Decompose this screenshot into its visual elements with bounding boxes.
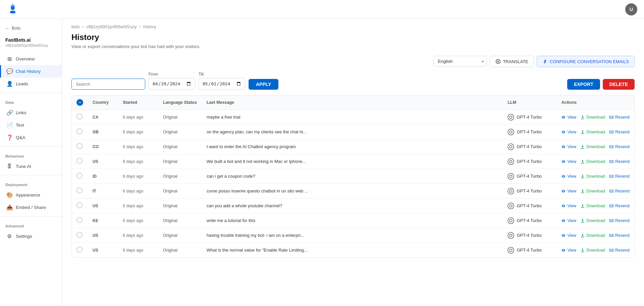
- view-link[interactable]: View: [561, 159, 576, 164]
- from-date-input[interactable]: [149, 78, 195, 90]
- openai-icon: [507, 143, 514, 150]
- download-link[interactable]: Download: [580, 115, 605, 120]
- download-link[interactable]: Download: [580, 204, 605, 208]
- translate-button[interactable]: TRANSLATE: [490, 56, 534, 67]
- resend-link[interactable]: Resend: [609, 248, 630, 253]
- download-link[interactable]: Download: [580, 144, 605, 149]
- row-checkbox[interactable]: [76, 128, 83, 134]
- sidebar-item-appearance[interactable]: 🎨 Appearance: [0, 189, 62, 201]
- resend-link[interactable]: Resend: [609, 130, 630, 134]
- filter-row-right: EXPORT DELETE: [567, 79, 635, 90]
- row-checkbox[interactable]: [76, 187, 83, 193]
- row-last-message: having trouble training my bot- i am on …: [202, 228, 503, 243]
- select-all-checkbox[interactable]: [76, 99, 83, 106]
- row-checkbox[interactable]: [76, 232, 83, 238]
- view-link[interactable]: View: [561, 174, 576, 179]
- row-country: CA: [88, 110, 118, 125]
- row-started: 6 days ago: [118, 213, 158, 228]
- till-date-group: Till: [199, 72, 245, 90]
- mail-icon: [609, 189, 614, 193]
- download-icon: [580, 174, 585, 179]
- download-link[interactable]: Download: [580, 189, 605, 193]
- from-date-group: From: [149, 72, 195, 90]
- row-actions: View Download Resend: [556, 243, 634, 258]
- row-checkbox[interactable]: [76, 143, 83, 149]
- search-field-group: [71, 79, 145, 90]
- sidebar-item-links[interactable]: 🔗 Links: [0, 106, 62, 119]
- view-link[interactable]: View: [561, 144, 576, 149]
- svg-point-13: [508, 173, 514, 179]
- row-checkbox[interactable]: [76, 173, 83, 179]
- row-checkbox[interactable]: [76, 114, 83, 120]
- download-link[interactable]: Download: [580, 159, 605, 164]
- resend-link[interactable]: Resend: [609, 233, 630, 238]
- row-started: 6 days ago: [118, 184, 158, 199]
- row-checkbox[interactable]: [76, 158, 83, 164]
- row-last-message: We built a bot and it not working in Mac…: [202, 154, 503, 169]
- till-date-input[interactable]: [199, 78, 245, 90]
- row-lang-status: Original: [158, 154, 202, 169]
- view-link[interactable]: View: [561, 248, 576, 253]
- view-link[interactable]: View: [561, 204, 576, 208]
- download-link[interactable]: Download: [580, 218, 605, 223]
- resend-link[interactable]: Resend: [609, 144, 630, 149]
- view-link[interactable]: View: [561, 233, 576, 238]
- sidebar-item-settings[interactable]: ⚙ Settings: [0, 230, 62, 243]
- download-link[interactable]: Download: [580, 248, 605, 253]
- sidebar-item-chat-history[interactable]: 💬 Chat History: [0, 65, 62, 78]
- resend-link[interactable]: Resend: [609, 218, 630, 223]
- openai-icon: [507, 114, 514, 121]
- row-lang-status: Original: [158, 110, 202, 125]
- view-link[interactable]: View: [561, 218, 576, 223]
- top-bar: U: [0, 0, 644, 19]
- resend-link[interactable]: Resend: [609, 159, 630, 164]
- sidebar-divider-4: [0, 216, 62, 217]
- avatar[interactable]: U: [625, 3, 637, 15]
- export-button[interactable]: EXPORT: [567, 79, 600, 90]
- configure-conversation-emails-button[interactable]: CONFIGURE CONVERSATION EMAILS: [537, 56, 635, 67]
- row-actions: View Download Resend: [556, 199, 634, 213]
- sidebar-back-button[interactable]: ← Bots: [0, 24, 62, 35]
- language-select[interactable]: English Spanish French German Italian Po…: [433, 56, 487, 67]
- view-link[interactable]: View: [561, 189, 576, 193]
- row-checkbox[interactable]: [76, 217, 83, 223]
- sidebar-item-text-label: Text: [16, 123, 24, 128]
- row-started: 6 days ago: [118, 110, 158, 125]
- breadcrumb-bots[interactable]: bots: [71, 24, 80, 29]
- resend-link[interactable]: Resend: [609, 115, 630, 120]
- row-last-message: come posso inserire questo chatbot in un…: [202, 184, 503, 199]
- sidebar-item-overview[interactable]: ⊞ Overview: [0, 53, 62, 65]
- sidebar-item-embed-share[interactable]: 📤 Embed / Share: [0, 201, 62, 214]
- resend-link[interactable]: Resend: [609, 174, 630, 179]
- bot-id: cllfji1rp0001pr905w5f2uzy: [5, 43, 56, 47]
- openai-icon: [507, 173, 514, 180]
- search-input[interactable]: [71, 79, 145, 90]
- row-checkbox[interactable]: [76, 202, 83, 208]
- embed-icon: 📤: [6, 204, 12, 211]
- view-link[interactable]: View: [561, 115, 576, 120]
- view-link[interactable]: View: [561, 130, 576, 134]
- sidebar-item-leads[interactable]: 👤 Leads: [0, 78, 62, 90]
- history-table: Country Started Language Status Last Mes…: [72, 95, 634, 257]
- sidebar-item-qa[interactable]: ❓ Q&A: [0, 131, 62, 144]
- row-actions: View Download Resend: [556, 139, 634, 154]
- delete-button[interactable]: DELETE: [603, 79, 635, 90]
- sidebar-item-text[interactable]: 📄 Text: [0, 119, 62, 131]
- sidebar: ← Bots FastBots.ai cllfji1rp0001pr905w5f…: [0, 19, 62, 306]
- eye-icon: [561, 174, 566, 179]
- resend-link[interactable]: Resend: [609, 189, 630, 193]
- apply-button[interactable]: APPLY: [249, 79, 278, 90]
- download-link[interactable]: Download: [580, 174, 605, 179]
- breadcrumb-bot-id[interactable]: cllfji1rp0001pr905w5f2uzy: [86, 24, 137, 29]
- row-checkbox-cell: [72, 199, 88, 213]
- sidebar-item-tune-ai[interactable]: 🎛 Tune AI: [0, 160, 62, 172]
- download-link[interactable]: Download: [580, 233, 605, 238]
- resend-link[interactable]: Resend: [609, 204, 630, 208]
- back-arrow-icon: ←: [5, 26, 10, 31]
- download-link[interactable]: Download: [580, 130, 605, 134]
- row-checkbox-cell: [72, 213, 88, 228]
- row-started: 6 days ago: [118, 125, 158, 139]
- row-started: 6 days ago: [118, 199, 158, 213]
- row-checkbox[interactable]: [76, 247, 83, 253]
- settings-icon: ⚙: [6, 233, 12, 239]
